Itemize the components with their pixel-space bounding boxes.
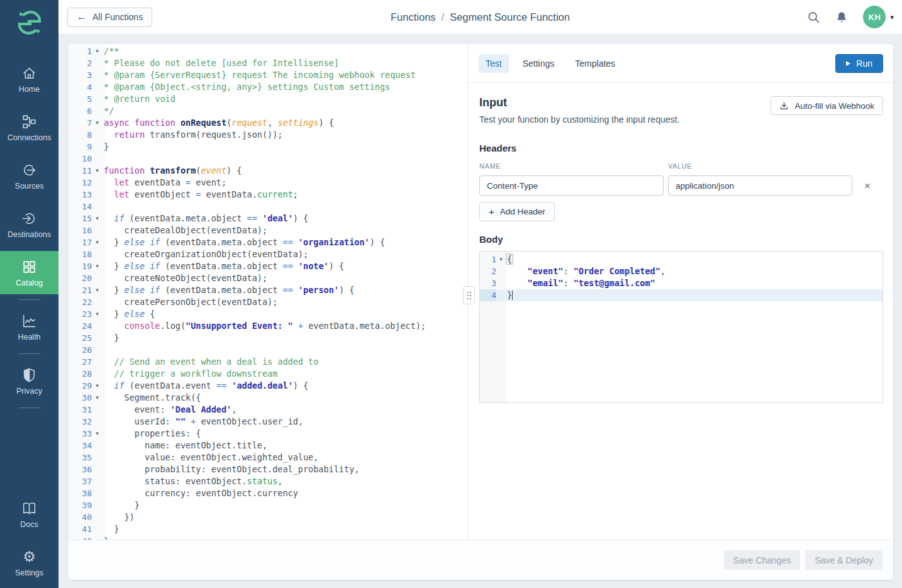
code-line[interactable]: 23▾ } else { [68, 308, 467, 320]
sidebar-item-health[interactable]: Health [0, 305, 58, 348]
line-number: 32 [68, 416, 92, 428]
segment-logo[interactable] [14, 8, 45, 37]
code-line[interactable]: 29▾ if (eventData.event == 'added.deal')… [68, 380, 467, 392]
code-line[interactable]: 12 let eventData = event; [68, 177, 467, 189]
code-line[interactable]: 39 } [68, 499, 467, 511]
notifications-bell-icon[interactable] [835, 11, 848, 24]
code-line[interactable]: 20 createNoteObject(eventData); [68, 272, 467, 284]
code-line[interactable]: 40 }) [68, 511, 467, 523]
code-line[interactable]: 28 // trigger a workflow downstream [68, 368, 467, 380]
fold-caret-icon[interactable]: ▾ [92, 380, 103, 392]
sidebar-item-connections[interactable]: Connections [0, 106, 58, 149]
code-line[interactable]: 36 probability: eventObject.deal_probabi… [68, 463, 467, 475]
code-line[interactable]: 32 userId: "" + eventObject.user_id, [68, 416, 467, 428]
code-line[interactable]: 26 [68, 344, 467, 356]
code-line[interactable]: 37 status: eventObject.status, [68, 475, 467, 487]
sidebar-item-label: Health [18, 333, 40, 341]
sidebar-item-label: Settings [15, 569, 43, 577]
line-number: 16 [68, 225, 92, 236]
code-line[interactable]: 2* Please do not delete [used for Intell… [68, 57, 467, 69]
fold-caret-icon[interactable]: ▾ [92, 428, 103, 440]
sidebar-item-label: Docs [20, 520, 38, 529]
code-line[interactable]: 41 } [68, 523, 467, 535]
save-changes-button[interactable]: Save Changes [724, 550, 801, 570]
sidebar-item-sources[interactable]: Sources [0, 154, 58, 197]
add-header-button[interactable]: + Add Header [479, 202, 555, 221]
fold-caret-icon[interactable]: ▾ [92, 45, 103, 57]
code-line[interactable]: 18 createOrganizationObject(eventData); [68, 248, 467, 260]
fold-caret-icon[interactable]: ▾ [92, 117, 103, 129]
body-json-editor[interactable]: 1▾{2 "event": "Order Completed",3 "email… [479, 251, 883, 403]
code-line[interactable]: 30▾ Segment.track({ [68, 392, 467, 404]
header-value-input[interactable] [668, 175, 852, 196]
code-line[interactable]: 2 "event": "Order Completed", [480, 265, 883, 277]
line-number: 8 [68, 129, 92, 141]
code-line[interactable]: 21▾ } else if (eventData.meta.object == … [68, 284, 467, 296]
code-line[interactable]: 34 name: eventObject.title, [68, 440, 467, 452]
header-row: × [479, 175, 883, 196]
code-line[interactable]: 35 value: eventObject.weighted_value, [68, 452, 467, 463]
tab-test[interactable]: Test [479, 54, 509, 73]
code-line[interactable]: 13 let eventObject = eventData.current; [68, 189, 467, 201]
sidebar-item-docs[interactable]: Docs [0, 492, 58, 536]
tab-templates[interactable]: Templates [568, 54, 622, 73]
fold-caret-icon[interactable]: ▾ [92, 308, 103, 320]
sidebar-item-privacy[interactable]: Privacy [0, 359, 58, 402]
code-line[interactable]: 24 console.log("Unsupported Event: " + e… [68, 320, 467, 332]
code-line[interactable]: 6*/ [68, 105, 467, 117]
code-line[interactable]: 14 [68, 201, 467, 213]
code-line[interactable]: 22 createPersonObject(eventData); [68, 296, 467, 308]
fold-caret-icon[interactable]: ▾ [92, 284, 103, 296]
code-line[interactable]: 4} [480, 289, 883, 301]
pane-resize-handle[interactable] [463, 286, 475, 304]
code-line[interactable]: 25 } [68, 332, 467, 344]
fold-caret-icon[interactable]: ▾ [92, 392, 103, 404]
header-name-input[interactable] [479, 175, 664, 196]
code-line[interactable]: 42} [68, 535, 467, 540]
fold-caret-icon[interactable]: ▾ [92, 236, 103, 248]
code-line[interactable]: 31 event: 'Deal Added', [68, 404, 467, 416]
search-icon[interactable] [807, 11, 820, 24]
code-line[interactable]: 38 currency: eventObject.currency [68, 487, 467, 499]
code-line[interactable]: 3* @param {ServerRequest} request The in… [68, 69, 467, 81]
code-line[interactable]: 11▾function transform(event) { [68, 165, 467, 177]
code-line[interactable]: 10 [68, 153, 467, 165]
sidebar-item-settings[interactable]: ⚙Settings [0, 541, 58, 584]
body-section: Body 1▾{2 "event": "Order Completed",3 "… [479, 234, 883, 403]
user-menu[interactable]: KH ▾ [863, 6, 894, 28]
tab-settings[interactable]: Settings [516, 54, 562, 73]
code-line[interactable]: 9} [68, 141, 467, 153]
code-line[interactable]: 16 createDealObject(eventData); [68, 225, 467, 236]
breadcrumb-separator: / [442, 11, 445, 23]
code-line[interactable]: 7▾async function onRequest(request, sett… [68, 117, 467, 129]
fold-caret-icon[interactable]: ▾ [496, 253, 506, 265]
sidebar-item-catalog[interactable]: Catalog [0, 251, 58, 294]
sidebar-item-home[interactable]: Home [0, 57, 58, 101]
save-deploy-button[interactable]: Save & Deploy [805, 550, 883, 570]
fold-caret-icon[interactable]: ▾ [92, 213, 103, 225]
sidebar-item-destinations[interactable]: Destinations [0, 202, 58, 246]
line-number: 2 [480, 265, 496, 277]
run-button[interactable]: Run [835, 54, 883, 73]
code-line[interactable]: 4* @param {Object.<string, any>} setting… [68, 81, 467, 93]
avatar[interactable]: KH [863, 6, 886, 28]
code-line[interactable]: 15▾ if (eventData.meta.object == 'deal')… [68, 213, 467, 225]
fold-caret-icon[interactable]: ▾ [92, 165, 103, 177]
all-functions-back-button[interactable]: ← All Functions [67, 8, 152, 27]
code-line[interactable]: 8 return transform(request.json()); [68, 129, 467, 141]
remove-header-icon[interactable]: × [863, 179, 872, 192]
code-text: console.log("Unsupported Event: " + even… [103, 320, 426, 332]
plus-icon: + [489, 206, 494, 217]
code-line[interactable]: 5* @return void [68, 93, 467, 105]
code-line[interactable]: 33▾ properties: { [68, 428, 467, 440]
code-line[interactable]: 17▾ } else if (eventData.meta.object == … [68, 236, 467, 248]
code-editor[interactable]: 1▾/**2* Please do not delete [used for I… [68, 44, 468, 540]
code-line[interactable]: 3 "email": "test@gmail.com" [480, 277, 883, 289]
breadcrumb-section[interactable]: Functions [391, 11, 436, 23]
fold-caret-icon[interactable]: ▾ [92, 260, 103, 272]
autofill-webhook-button[interactable]: Auto-fill via Webhook [771, 96, 883, 115]
code-line[interactable]: 1▾{ [480, 253, 883, 265]
code-line[interactable]: 27 // Send an event when a deal is added… [68, 356, 467, 368]
code-line[interactable]: 19▾ } else if (eventData.meta.object == … [68, 260, 467, 272]
code-line[interactable]: 1▾/** [68, 45, 467, 57]
